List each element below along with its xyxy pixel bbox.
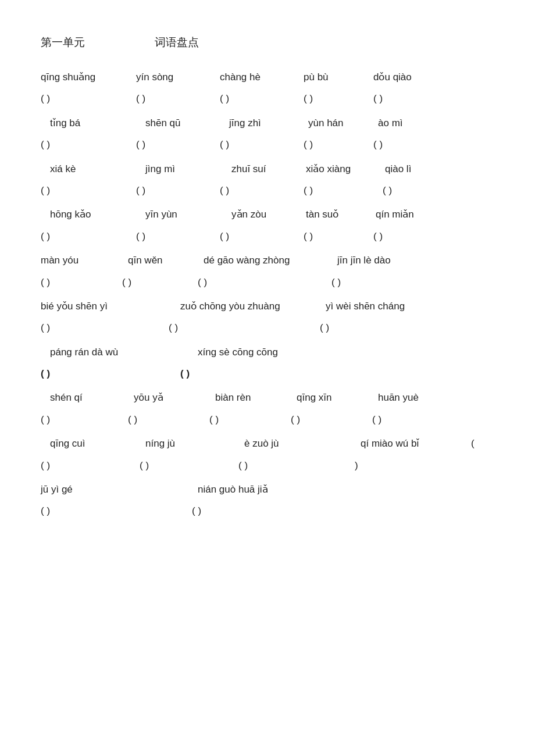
pinyin-row-1: qīng shuǎng yín sòng chàng hè pù bù dǒu … <box>41 66 494 88</box>
pinyin-row-6: bié yǒu shēn yì zuǒ chōng yòu zhuàng yì … <box>41 295 494 317</box>
bracket-row-5: ( ) ( ) ( ) ( ) <box>41 272 494 293</box>
py-8-4: qīng xīn <box>291 387 372 408</box>
bk-3-2: ( ) <box>136 180 220 201</box>
py-2-5: ào mì <box>373 112 449 134</box>
pinyin-row-2: tǐng bá shēn qū jīng zhì yùn hán ào mì <box>41 112 494 134</box>
py-8-2: yōu yǎ <box>128 387 209 408</box>
py-3-2: jìng mì <box>136 158 220 180</box>
bk-7-2: ( ) <box>180 363 331 384</box>
bk-2-1: ( ) <box>41 134 136 155</box>
py-1-1: qīng shuǎng <box>41 66 136 88</box>
bk-4-1: ( ) <box>41 226 136 247</box>
bk-9-3: ( ) <box>238 455 355 476</box>
bk-6-3: ( ) <box>320 317 459 338</box>
bracket-row-9: ( ) ( ) ( ) ) <box>41 455 494 476</box>
bk-3-1: ( ) <box>41 180 136 201</box>
py-5-1: màn yóu <box>41 249 122 271</box>
bk-1-1: ( ) <box>41 88 136 109</box>
py-5-2: qīn wěn <box>122 249 198 271</box>
bk-3-3: ( ) <box>220 180 304 201</box>
py-6-2: zuǒ chōng yòu zhuàng <box>169 295 320 317</box>
bk-1-5: ( ) <box>373 88 449 109</box>
pinyin-row-10: jū yì gé nián guò huā jiǎ <box>41 479 494 500</box>
bk-10-2: ( ) <box>192 500 355 522</box>
bk-3-5: ( ) <box>383 180 458 201</box>
bk-4-3: ( ) <box>220 226 304 247</box>
bk-1-3: ( ) <box>220 88 304 109</box>
pinyin-row-8: shén qí yōu yǎ biàn rèn qīng xīn huān yu… <box>41 387 494 408</box>
vocab-section-6: bié yǒu shēn yì zuǒ chōng yòu zhuàng yì … <box>41 295 494 339</box>
pinyin-row-4: hōng kǎo yīn yùn yǎn zòu tàn suǒ qín miǎ… <box>41 204 494 225</box>
py-4-3: yǎn zòu <box>220 204 304 225</box>
py-8-5: huān yuè <box>372 387 454 408</box>
vocab-section-10: jū yì gé nián guò huā jiǎ ( ) ( ) <box>41 479 494 522</box>
bk-2-4: ( ) <box>304 134 373 155</box>
py-10-1: jū yì gé <box>41 479 174 500</box>
bk-7-1: ( ) <box>41 363 180 384</box>
bracket-row-7: ( ) ( ) <box>41 363 494 384</box>
bk-4-5: ( ) <box>373 226 449 247</box>
bk-5-2: ( ) <box>122 272 198 293</box>
py-9-1: qīng cuì <box>41 433 140 454</box>
py-9-5: ( <box>471 433 488 454</box>
py-1-5: dǒu qiào <box>373 66 449 88</box>
bracket-row-1: ( ) ( ) ( ) ( ) ( ) <box>41 88 494 109</box>
py-5-4: jīn jīn lè dào <box>331 249 459 271</box>
vocab-section-4: hōng kǎo yīn yùn yǎn zòu tàn suǒ qín miǎ… <box>41 204 494 247</box>
bk-8-5: ( ) <box>372 409 454 430</box>
py-1-3: chàng hè <box>220 66 304 88</box>
bk-4-4: ( ) <box>304 226 373 247</box>
vocab-label: 词语盘点 <box>155 35 199 50</box>
py-4-2: yīn yùn <box>136 204 220 225</box>
vocab-section-8: shén qí yōu yǎ biàn rèn qīng xīn huān yu… <box>41 387 494 430</box>
bk-8-2: ( ) <box>128 409 209 430</box>
bk-9-4: ) <box>355 455 488 476</box>
vocab-section-1: qīng shuǎng yín sòng chàng hè pù bù dǒu … <box>41 66 494 110</box>
py-4-5: qín miǎn <box>373 204 449 225</box>
py-5-3: dé gāo wàng zhòng <box>198 249 331 271</box>
bk-4-2: ( ) <box>136 226 220 247</box>
title-row: 第一单元 词语盘点 <box>41 35 494 50</box>
bracket-row-2: ( ) ( ) ( ) ( ) ( ) <box>41 134 494 155</box>
pinyin-row-3: xiá kè jìng mì zhuī suí xiǎo xiàng qiào … <box>41 158 494 180</box>
bk-2-3: ( ) <box>220 134 304 155</box>
pinyin-row-9: qīng cuì níng jù è zuò jù qí miào wú bǐ … <box>41 433 494 454</box>
py-6-1: bié yǒu shēn yì <box>41 295 169 317</box>
bk-5-4: ( ) <box>331 272 459 293</box>
py-8-1: shén qí <box>41 387 128 408</box>
pinyin-row-5: màn yóu qīn wěn dé gāo wàng zhòng jīn jī… <box>41 249 494 271</box>
bk-1-2: ( ) <box>136 88 220 109</box>
py-1-2: yín sòng <box>136 66 220 88</box>
pinyin-row-7: páng rán dà wù xíng sè cōng cōng <box>41 341 494 363</box>
py-2-4: yùn hán <box>304 112 373 134</box>
py-3-5: qiào lì <box>383 158 458 180</box>
bk-5-3: ( ) <box>198 272 331 293</box>
bk-3-4: ( ) <box>304 180 383 201</box>
bk-10-1: ( ) <box>41 500 174 522</box>
py-6-3: yì wèi shēn cháng <box>320 295 459 317</box>
py-2-3: jīng zhì <box>220 112 304 134</box>
py-3-4: xiǎo xiàng <box>304 158 383 180</box>
py-9-2: níng jù <box>140 433 238 454</box>
py-9-3: è zuò jù <box>238 433 355 454</box>
bracket-row-10: ( ) ( ) <box>41 500 494 522</box>
py-10-2: nián guò huā jiǎ <box>192 479 355 500</box>
bracket-row-8: ( ) ( ) ( ) ( ) ( ) <box>41 409 494 430</box>
bk-2-5: ( ) <box>373 134 449 155</box>
py-3-1: xiá kè <box>41 158 136 180</box>
py-4-4: tàn suǒ <box>304 204 373 225</box>
bk-8-4: ( ) <box>291 409 372 430</box>
bk-6-1: ( ) <box>41 317 169 338</box>
bk-9-2: ( ) <box>140 455 238 476</box>
vocab-section-9: qīng cuì níng jù è zuò jù qí miào wú bǐ … <box>41 433 494 476</box>
page-container: 第一单元 词语盘点 qīng shuǎng yín sòng chàng hè … <box>41 35 494 522</box>
bracket-row-3: ( ) ( ) ( ) ( ) ( ) <box>41 180 494 201</box>
py-1-4: pù bù <box>304 66 373 88</box>
bk-6-2: ( ) <box>169 317 320 338</box>
vocab-section-7: páng rán dà wù xíng sè cōng cōng ( ) ( ) <box>41 341 494 385</box>
bk-5-1: ( ) <box>41 272 122 293</box>
py-2-1: tǐng bá <box>41 112 136 134</box>
bk-8-1: ( ) <box>41 409 128 430</box>
bk-9-1: ( ) <box>41 455 140 476</box>
py-7-2: xíng sè cōng cōng <box>180 341 331 363</box>
